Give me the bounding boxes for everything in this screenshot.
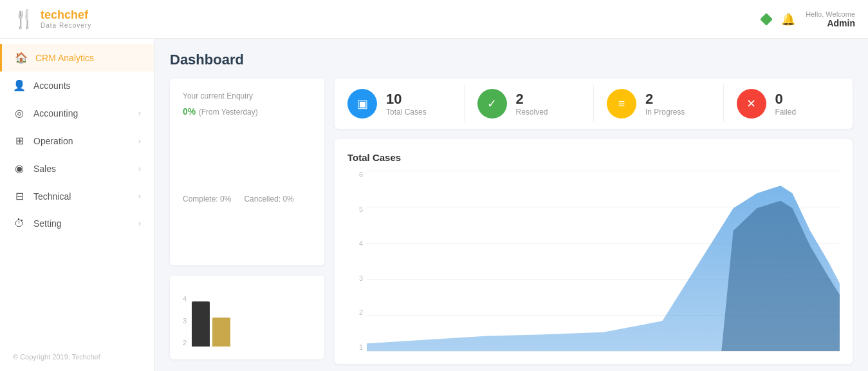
stat-number-resolved: 2 — [516, 91, 548, 108]
sidebar-item-crm-analytics[interactable]: 🏠 CRM Analytics — [0, 44, 154, 71]
stat-failed: ✕ 0 Failed — [724, 79, 853, 129]
mini-bar-chart-card: 4 3 2 — [170, 276, 324, 359]
sidebar-label-setting: Setting — [33, 218, 62, 229]
chevron-right-icon: › — [138, 192, 141, 201]
sidebar-label-accounts: Accounts — [33, 81, 71, 91]
stat-info-total-cases: 10 Total Cases — [386, 91, 427, 117]
enquiry-from: (From Yesterday) — [199, 108, 258, 117]
sidebar-item-accounts[interactable]: 👤 Accounts — [0, 71, 154, 99]
enquiry-label: Your current Enquiry — [183, 91, 311, 100]
header: 🍴 techchef Data Recovery 🔔 Hello, Welcom… — [0, 0, 868, 39]
y-label-6: 6 — [347, 171, 363, 178]
enquiry-stats: 0% (From Yesterday) — [183, 106, 311, 117]
sidebar-item-left: ◉ Sales — [13, 162, 56, 175]
stat-info-resolved: 2 Resolved — [516, 91, 548, 117]
cancelled-label: Cancelled: 0% — [244, 195, 293, 204]
logo-main: techchef — [41, 9, 91, 22]
mini-chart-area: 4 3 2 — [183, 289, 311, 347]
chevron-right-icon: › — [138, 164, 141, 173]
sidebar-label-technical: Technical — [33, 191, 71, 202]
sidebar-label-crm-analytics: CRM Analytics — [35, 53, 94, 63]
in-progress-icon: ≡ — [607, 89, 636, 119]
stat-number-total-cases: 10 — [386, 91, 427, 108]
user-name: Admin — [806, 18, 855, 28]
user-greeting: Hello, Welcome — [806, 10, 855, 18]
home-icon: 🏠 — [15, 52, 28, 64]
dashboard-grid: Your current Enquiry 0% (From Yesterday)… — [170, 79, 853, 364]
grid-line-6 — [367, 351, 840, 352]
logo-area: 🍴 techchef Data Recovery — [13, 8, 91, 30]
page-title: Dashboard — [170, 52, 853, 68]
sidebar-item-left: ⏱ Setting — [13, 218, 62, 229]
total-cases-icon: ▣ — [347, 89, 377, 119]
chart-svg — [367, 171, 840, 351]
resolved-icon: ✓ — [477, 89, 507, 119]
header-right: 🔔 Hello, Welcome Admin — [762, 10, 855, 28]
sidebar-item-sales[interactable]: ◉ Sales › — [0, 155, 154, 182]
sidebar-item-setting[interactable]: ⏱ Setting › — [0, 210, 154, 237]
sidebar-item-left: 👤 Accounts — [13, 79, 71, 91]
y-label-3: 3 — [183, 317, 187, 325]
sidebar-item-left: 🏠 CRM Analytics — [15, 52, 94, 64]
enquiry-card: Your current Enquiry 0% (From Yesterday)… — [170, 79, 324, 265]
stat-resolved: ✓ 2 Resolved — [465, 79, 594, 129]
chevron-right-icon: › — [138, 137, 141, 146]
logo-icon: 🍴 — [13, 8, 35, 30]
sidebar-footer: © Copyright 2019, Techchef — [0, 343, 154, 371]
y-label-4: 4 — [183, 295, 187, 303]
user-icon: 👤 — [13, 79, 26, 91]
operation-icon: ⊞ — [13, 135, 26, 147]
chart-y-labels: 6 5 4 3 2 1 — [347, 171, 365, 351]
stat-label-failed: Failed — [775, 108, 797, 117]
enquiry-footer: Complete: 0% Cancelled: 0% — [183, 195, 311, 204]
chevron-right-icon: › — [138, 109, 141, 118]
stat-label-resolved: Resolved — [516, 108, 548, 117]
logo-sub: Data Recovery — [41, 22, 91, 29]
stat-label-in-progress: In Progress — [645, 108, 685, 117]
stat-info-in-progress: 2 In Progress — [645, 91, 685, 117]
sidebar-item-left: ⊞ Operation — [13, 135, 73, 147]
right-column: ▣ 10 Total Cases ✓ 2 Reso — [335, 79, 853, 364]
y-label-3: 3 — [347, 274, 363, 282]
sidebar-item-accounting[interactable]: ◎ Accounting › — [0, 99, 154, 127]
y-label-1: 1 — [347, 343, 363, 351]
stats-row: ▣ 10 Total Cases ✓ 2 Reso — [335, 79, 853, 129]
stat-label-total-cases: Total Cases — [386, 108, 427, 117]
y-label-2: 2 — [347, 309, 363, 316]
stat-info-failed: 0 Failed — [775, 91, 797, 117]
bell-icon[interactable]: 🔔 — [781, 12, 795, 26]
sidebar-item-operation[interactable]: ⊞ Operation › — [0, 127, 154, 155]
main-layout: 🏠 CRM Analytics 👤 Accounts ◎ Accounting … — [0, 39, 868, 371]
mini-bar-1 — [192, 301, 210, 347]
sidebar-nav: 🏠 CRM Analytics 👤 Accounts ◎ Accounting … — [0, 39, 154, 237]
technical-icon: ⊟ — [13, 190, 26, 202]
sidebar-label-accounting: Accounting — [33, 108, 78, 119]
logo-text: techchef Data Recovery — [41, 9, 91, 29]
stats-card: ▣ 10 Total Cases ✓ 2 Reso — [335, 79, 853, 129]
chart-title: Total Cases — [347, 152, 840, 163]
setting-icon: ⏱ — [13, 218, 26, 229]
chart-area: 6 5 4 3 2 1 — [347, 171, 840, 351]
y-label-5: 5 — [347, 205, 363, 213]
stat-number-failed: 0 — [775, 91, 797, 108]
chevron-right-icon: › — [138, 219, 141, 228]
total-cases-chart-card: Total Cases 6 5 4 3 2 1 — [335, 139, 853, 364]
user-info: Hello, Welcome Admin — [806, 10, 855, 28]
sidebar-item-left: ◎ Accounting — [13, 107, 78, 119]
complete-label: Complete: 0% — [183, 195, 231, 204]
sidebar-label-sales: Sales — [33, 164, 56, 174]
sidebar-label-operation: Operation — [33, 136, 73, 146]
enquiry-percent: 0% — [183, 106, 196, 117]
stat-number-in-progress: 2 — [645, 91, 685, 108]
diamond-icon — [760, 13, 773, 26]
logo-suffix: chef — [64, 8, 88, 21]
mini-bar-2 — [212, 318, 230, 347]
accounting-icon: ◎ — [13, 107, 26, 119]
sidebar-item-technical[interactable]: ⊟ Technical › — [0, 182, 154, 210]
sidebar: 🏠 CRM Analytics 👤 Accounts ◎ Accounting … — [0, 39, 154, 371]
left-column: Your current Enquiry 0% (From Yesterday)… — [170, 79, 324, 364]
failed-icon: ✕ — [737, 89, 766, 119]
stat-in-progress: ≡ 2 In Progress — [594, 79, 723, 129]
y-label-2: 2 — [183, 339, 187, 347]
logo-prefix: tech — [41, 8, 64, 21]
